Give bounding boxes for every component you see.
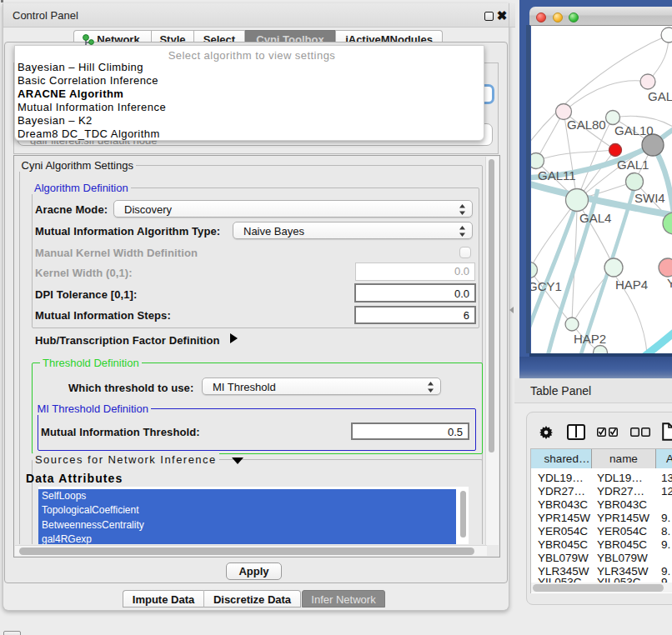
svg-text:GAL2: GAL2 — [648, 89, 672, 103]
svg-text:HAP2: HAP2 — [574, 332, 606, 346]
svg-text:Y: Y — [667, 276, 672, 290]
svg-text:HAP4: HAP4 — [615, 278, 648, 292]
svg-text:SWI4: SWI4 — [634, 191, 665, 205]
svg-text:GAL80: GAL80 — [567, 118, 606, 132]
svg-text:GCY1: GCY1 — [531, 279, 562, 293]
svg-text:GAL4: GAL4 — [579, 211, 611, 225]
svg-text:GAL10: GAL10 — [614, 123, 654, 138]
svg-text:GAL1: GAL1 — [617, 158, 649, 172]
svg-text:GAL11: GAL11 — [538, 168, 576, 182]
